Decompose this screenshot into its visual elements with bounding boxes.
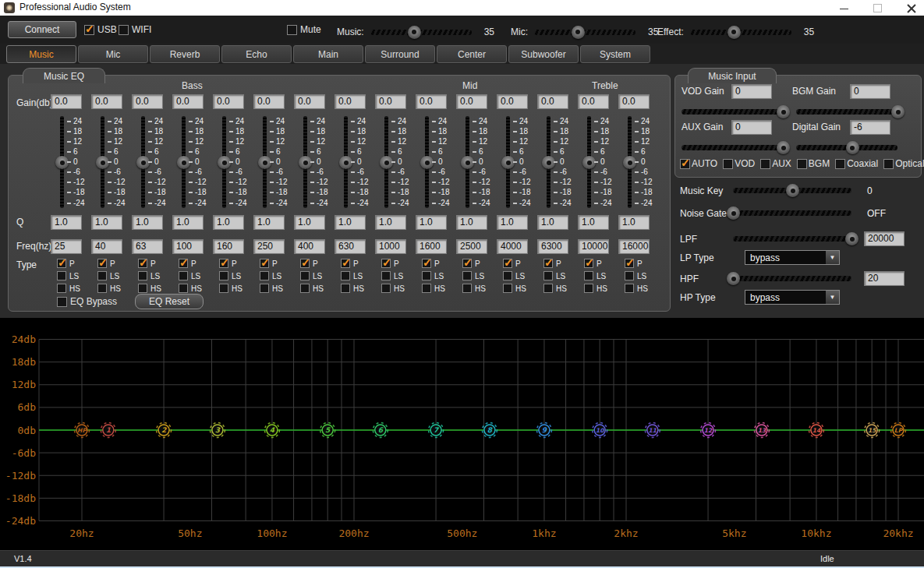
- band-9-type-p-box[interactable]: [381, 259, 391, 268]
- band-12-type-p-checkbox[interactable]: P: [503, 259, 521, 268]
- band-9-type-p-checkbox[interactable]: P: [381, 259, 399, 268]
- band-5-q-input[interactable]: 1.0: [213, 215, 244, 230]
- noise-gate-slider-knob[interactable]: [727, 206, 740, 220]
- mute-checkbox[interactable]: Mute: [287, 24, 321, 35]
- band-4-type-ls-box[interactable]: [179, 271, 188, 280]
- band-3-type-p-checkbox[interactable]: P: [138, 259, 156, 268]
- hpf-input[interactable]: 20: [864, 271, 905, 286]
- eq-point-15[interactable]: 15: [865, 423, 880, 438]
- band-12-type-ls-checkbox[interactable]: LS: [503, 271, 525, 280]
- band-6-type-hs-checkbox[interactable]: HS: [260, 284, 283, 293]
- band-12-type-p-box[interactable]: [503, 259, 512, 268]
- eq-point-8[interactable]: 8: [482, 423, 497, 438]
- band-1-freq-input[interactable]: 25: [51, 239, 82, 254]
- band-4-type-p-checkbox[interactable]: P: [179, 259, 196, 268]
- mute-checkbox-box[interactable]: [287, 25, 297, 35]
- band-9-type-ls-box[interactable]: [381, 271, 391, 280]
- music-key-slider-knob[interactable]: [786, 184, 799, 197]
- band-10-type-p-checkbox[interactable]: P: [422, 259, 440, 268]
- band-4-type-hs-checkbox[interactable]: HS: [179, 284, 202, 293]
- hpf-slider[interactable]: [733, 272, 851, 284]
- band-13-q-input[interactable]: 1.0: [537, 215, 568, 230]
- music-slider[interactable]: [370, 26, 472, 38]
- band-6-type-p-checkbox[interactable]: P: [260, 259, 278, 268]
- band-1-type-ls-checkbox[interactable]: LS: [57, 271, 79, 280]
- close-icon[interactable]: [906, 3, 916, 13]
- band-15-q-input[interactable]: 1.0: [618, 215, 650, 230]
- band-6-type-p-box[interactable]: [260, 259, 269, 268]
- optical-source-checkbox[interactable]: Optical: [883, 158, 924, 169]
- band-2-q-input[interactable]: 1.0: [91, 215, 122, 230]
- band-2-type-p-checkbox[interactable]: P: [97, 259, 115, 268]
- aux-gain-slider[interactable]: [681, 141, 783, 153]
- hpf-slider-knob[interactable]: [727, 272, 740, 285]
- auto-source-box[interactable]: [680, 159, 690, 169]
- band-8-type-hs-box[interactable]: [341, 284, 350, 293]
- band-9-type-hs-box[interactable]: [381, 284, 391, 293]
- band-12-type-hs-box[interactable]: [503, 284, 512, 293]
- band-7-freq-input[interactable]: 400: [294, 239, 325, 254]
- band-15-type-ls-checkbox[interactable]: LS: [625, 271, 646, 280]
- usb-checkbox[interactable]: USB: [84, 24, 117, 35]
- band-2-type-ls-box[interactable]: [97, 271, 107, 280]
- band-1-type-ls-box[interactable]: [57, 271, 66, 280]
- aux-gain-slider-knob[interactable]: [777, 141, 790, 154]
- band-13-type-p-box[interactable]: [543, 259, 553, 268]
- coaxial-source-box[interactable]: [835, 159, 845, 169]
- bgm-gain-slider[interactable]: [796, 105, 897, 118]
- eq-point-5[interactable]: 5: [320, 423, 335, 438]
- connect-button[interactable]: Connect: [8, 21, 76, 38]
- eq-point-14[interactable]: 14: [809, 423, 823, 438]
- band-3-freq-input[interactable]: 63: [132, 239, 163, 254]
- wifi-checkbox-box[interactable]: [119, 25, 129, 35]
- maximize-icon[interactable]: [873, 3, 883, 13]
- band-1-type-p-checkbox[interactable]: P: [57, 259, 75, 268]
- band-3-type-hs-box[interactable]: [138, 284, 147, 293]
- band-11-type-ls-box[interactable]: [462, 271, 472, 280]
- band-9-q-input[interactable]: 1.0: [375, 215, 406, 230]
- band-5-gain-input[interactable]: 0.0: [213, 94, 244, 109]
- band-6-freq-input[interactable]: 250: [253, 239, 285, 254]
- band-15-type-ls-box[interactable]: [625, 271, 634, 280]
- band-6-q-input[interactable]: 1.0: [253, 215, 285, 230]
- band-7-gain-input[interactable]: 0.0: [294, 94, 325, 109]
- band-8-gain-input[interactable]: 0.0: [335, 94, 366, 109]
- band-2-type-ls-checkbox[interactable]: LS: [97, 271, 119, 280]
- band-13-freq-input[interactable]: 6300: [537, 239, 568, 254]
- vod-gain-input[interactable]: 0: [731, 84, 772, 99]
- optical-source-box[interactable]: [883, 159, 894, 169]
- band-10-q-input[interactable]: 1.0: [416, 215, 447, 230]
- digital-gain-input[interactable]: -6: [850, 120, 890, 135]
- hp-type-select[interactable]: bypass: [745, 290, 840, 305]
- band-14-type-hs-checkbox[interactable]: HS: [584, 284, 607, 293]
- band-2-gain-input[interactable]: 0.0: [91, 94, 122, 109]
- band-10-type-ls-checkbox[interactable]: LS: [422, 271, 444, 280]
- band-4-q-input[interactable]: 1.0: [172, 215, 204, 230]
- band-5-type-ls-box[interactable]: [219, 271, 228, 280]
- band-12-freq-input[interactable]: 4000: [497, 239, 528, 254]
- vod-gain-slider-knob[interactable]: [777, 105, 790, 118]
- band-10-freq-input[interactable]: 1600: [416, 239, 447, 254]
- band-13-type-hs-box[interactable]: [543, 284, 553, 293]
- effect-slider-knob[interactable]: [728, 26, 741, 39]
- eq-point-7[interactable]: 7: [429, 423, 444, 438]
- band-11-freq-input[interactable]: 2500: [456, 239, 487, 254]
- band-4-type-hs-box[interactable]: [179, 284, 188, 293]
- tab-echo[interactable]: Echo: [221, 45, 292, 63]
- digital-gain-slider[interactable]: [796, 141, 897, 153]
- band-9-freq-input[interactable]: 1000: [375, 239, 406, 254]
- band-13-type-ls-checkbox[interactable]: LS: [543, 271, 565, 280]
- band-6-type-hs-box[interactable]: [260, 284, 269, 293]
- band-15-type-hs-checkbox[interactable]: HS: [625, 284, 648, 293]
- band-14-type-hs-box[interactable]: [584, 284, 593, 293]
- band-11-type-p-checkbox[interactable]: P: [462, 259, 480, 268]
- band-14-freq-input[interactable]: 10000: [578, 239, 609, 254]
- eq-point-11[interactable]: 11: [645, 423, 660, 438]
- mic-slider[interactable]: [534, 26, 635, 38]
- band-10-type-hs-checkbox[interactable]: HS: [422, 284, 445, 293]
- digital-gain-slider-knob[interactable]: [846, 141, 859, 154]
- noise-gate-slider[interactable]: [733, 206, 851, 219]
- band-7-q-input[interactable]: 1.0: [294, 215, 325, 230]
- band-7-type-hs-checkbox[interactable]: HS: [300, 284, 324, 293]
- band-11-gain-input[interactable]: 0.0: [456, 94, 487, 109]
